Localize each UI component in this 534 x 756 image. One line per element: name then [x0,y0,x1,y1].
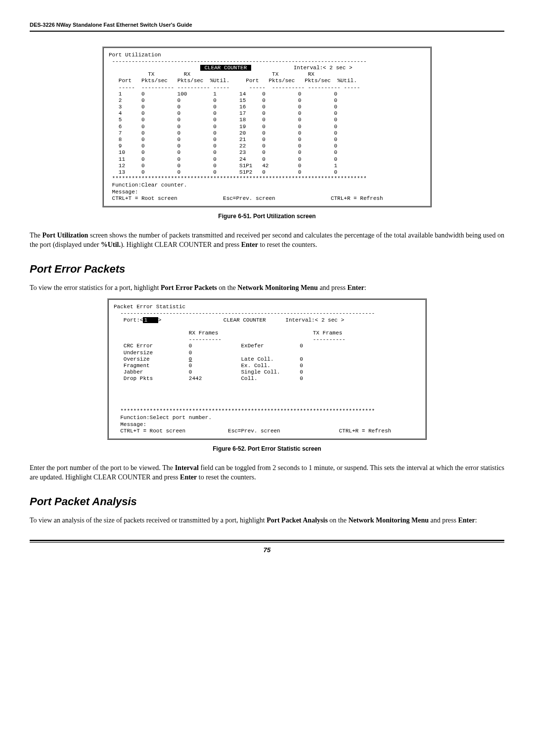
figure-caption-2: Figure 6-52. Port Error Statistic screen [30,445,504,453]
header-text: DES-3226 NWay Standalone Fast Ethernet S… [30,22,192,28]
para-3: Enter the port number of the port to be … [30,463,504,482]
t2-msg: Message: [120,422,146,427]
t1-interval: Interval:< 2 sec > [294,65,353,71]
clear-counter-highlight[interactable]: CLEAR COUNTER [200,65,251,71]
page-header: DES-3226 NWay Standalone Fast Ethernet S… [30,20,504,32]
port-utilization-terminal: Port Utilization -----------------------… [102,47,432,207]
figure-caption-1: Figure 6-51. Port Utilization screen [30,212,504,221]
section-port-error-packets: Port Error Packets [30,262,504,277]
t2-func: Function:Select port number. [120,415,212,421]
para-4: To view an analysis of the size of packe… [30,516,504,525]
t2-title: Packet Error Statistic [114,304,185,310]
para-1: The Port Utilization screen shows the nu… [30,231,504,250]
section-port-packet-analysis: Port Packet Analysis [30,494,504,510]
t1-data-rows: 1 0 100 1 14 0 0 0 2 0 0 0 15 0 0 0 3 0 … [109,91,337,175]
t1-title: Port Utilization [109,52,161,58]
packet-error-terminal: Packet Error Statistic -----------------… [107,298,427,440]
footer-rule [30,540,504,543]
port-value-highlight[interactable]: 1 [143,317,158,323]
para-2: To view the error statistics for a port,… [30,283,504,293]
t1-msg: Message: [112,189,138,195]
t1-func: Function:Clear counter. [112,182,187,188]
page-number: 75 [30,546,504,555]
